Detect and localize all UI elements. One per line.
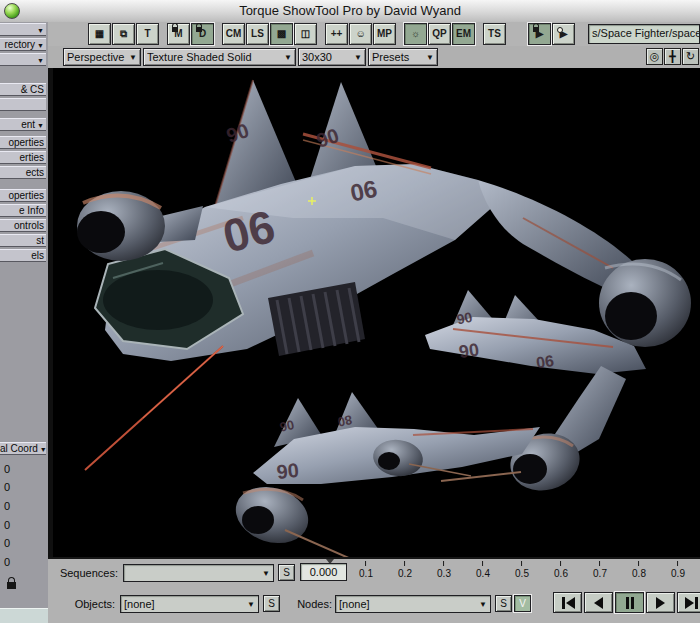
- sidebar-item-label: erties: [20, 152, 44, 163]
- light-on-icon[interactable]: ☼: [404, 23, 427, 45]
- skip-start-glyph-icon: [566, 597, 575, 609]
- grid-view-icon[interactable]: ▦: [88, 23, 111, 45]
- sidebar-item-einfo[interactable]: e Info: [0, 204, 46, 217]
- nodes-s-button[interactable]: S: [495, 595, 512, 612]
- sidebar-item-label: ent: [21, 119, 35, 130]
- bulb-glyph-icon: [557, 27, 563, 33]
- sidebar-item-label: ontrols: [14, 220, 44, 231]
- tick-mark-icon: [444, 561, 445, 566]
- add-nodes-icon[interactable]: ++: [325, 23, 348, 45]
- timeline-tick[interactable]: 0.6: [554, 561, 568, 579]
- sidebar-item-label: operties: [8, 190, 44, 201]
- sequences-s-button[interactable]: S: [278, 564, 295, 581]
- lock-detail-icon[interactable]: D: [191, 23, 214, 45]
- dropdown-value: Presets: [372, 51, 422, 63]
- forward-glyph-icon: [656, 597, 665, 609]
- sequences-dropdown[interactable]: ▼: [123, 564, 274, 582]
- nodes-v-button[interactable]: V: [514, 595, 531, 612]
- lock-material-icon[interactable]: M: [167, 23, 190, 45]
- chevron-down-icon: ▼: [426, 53, 434, 62]
- nodes-dropdown[interactable]: [none]▼: [335, 595, 491, 613]
- timeline-tick[interactable]: 0.9: [671, 561, 685, 579]
- light-picker-icon[interactable]: ▶: [552, 23, 575, 45]
- viewport-3d[interactable]: 06 06 06 90 06 06 90: [53, 68, 700, 557]
- timeline-tick[interactable]: 0.2: [398, 561, 412, 579]
- sidebar-item-blank0[interactable]: ▼: [0, 23, 46, 36]
- coord-value-field[interactable]: 0: [4, 500, 44, 514]
- sidebar-item-blank4[interactable]: [0, 98, 46, 111]
- los-collision-icon[interactable]: LS: [246, 23, 269, 45]
- timeline-tick[interactable]: 0.8: [632, 561, 646, 579]
- shape-path-field[interactable]: s/Space Fighter/spaceFight: [588, 24, 700, 44]
- toolbar-glyph: T: [144, 29, 150, 39]
- lamp-qp-icon[interactable]: QP: [428, 23, 451, 45]
- chevron-down-icon: ▼: [479, 600, 487, 609]
- svg-text:90: 90: [348, 175, 380, 207]
- presets-dropdown[interactable]: Presets▼: [368, 48, 438, 66]
- mount-point-icon[interactable]: MP: [373, 23, 396, 45]
- coord-value-field[interactable]: 0: [4, 537, 44, 551]
- sidebar-item-cs[interactable]: & CS: [0, 83, 46, 96]
- camera-mode-dropdown[interactable]: Perspective▼: [63, 48, 141, 66]
- pause-button[interactable]: [615, 592, 644, 613]
- chevron-down-icon: ▼: [354, 53, 362, 62]
- timeline-tick[interactable]: 0.3: [437, 561, 451, 579]
- tick-mark-icon: [405, 561, 406, 566]
- coord-value-field[interactable]: 0: [4, 556, 44, 570]
- coord-value-field[interactable]: 0: [4, 463, 44, 477]
- objects-dropdown[interactable]: [none]▼: [120, 595, 259, 613]
- toolbar-buttons: ▦⧉TMDCMLS▩◫++☺MP☼QPEMTS▶▶: [88, 23, 583, 45]
- collision-mesh-icon[interactable]: CM: [222, 23, 245, 45]
- ghost-icon[interactable]: ☺: [349, 23, 372, 45]
- sidebar-item-alcoord[interactable]: al Coord▼: [0, 442, 46, 455]
- skip-start-button[interactable]: [553, 592, 582, 613]
- tick-label: 0.2: [398, 568, 412, 579]
- dropdown-value: 30x30: [302, 51, 350, 63]
- sidebar-item-ontrols[interactable]: ontrols: [0, 219, 46, 232]
- sidebar-item-st[interactable]: st: [0, 234, 46, 247]
- sidebar-item-erties[interactable]: erties: [0, 151, 46, 164]
- lock-icon[interactable]: [7, 582, 16, 589]
- coord-value-field[interactable]: 0: [4, 519, 44, 533]
- timeline-tick[interactable]: 0.4: [476, 561, 490, 579]
- ts-shape-icon[interactable]: TS: [483, 23, 506, 45]
- textured-cube-icon[interactable]: ▩: [270, 23, 293, 45]
- sidebar-item-operties[interactable]: operties: [0, 189, 46, 202]
- sidebar-item-rectory[interactable]: rectory▼: [0, 38, 46, 51]
- play-forward-button[interactable]: [646, 592, 675, 613]
- play-reverse-button[interactable]: [584, 592, 613, 613]
- toolbar-glyph: TS: [488, 29, 501, 39]
- focus-icon[interactable]: ◎: [646, 48, 663, 65]
- text-tool-icon[interactable]: T: [136, 23, 159, 45]
- timeline-tick[interactable]: 0.1: [359, 561, 373, 579]
- lock-picker-icon[interactable]: ▶: [528, 23, 551, 45]
- toolbar-group: ▶▶: [528, 23, 576, 45]
- emitter-icon[interactable]: EM: [452, 23, 475, 45]
- sidebar-item-ent[interactable]: ent▼: [0, 118, 46, 131]
- sidebar-item-blank2[interactable]: ▼: [0, 53, 46, 66]
- tick-mark-icon: [600, 561, 601, 566]
- grid-size-dropdown[interactable]: 30x30▼: [298, 48, 366, 66]
- open-book-icon[interactable]: ◫: [294, 23, 317, 45]
- timeline-tick[interactable]: 0.5: [515, 561, 529, 579]
- toolbar-glyph: ▩: [277, 29, 286, 39]
- pan-icon[interactable]: ╋: [664, 48, 681, 65]
- sidebar-item-els[interactable]: els: [0, 249, 46, 262]
- render-mode-dropdown[interactable]: Texture Shaded Solid▼: [143, 48, 296, 66]
- orbit-icon[interactable]: ↻: [682, 48, 699, 65]
- lock-glyph-icon: [172, 27, 178, 32]
- sidebar-item-operties[interactable]: operties: [0, 136, 46, 149]
- sidebar-item-ects[interactable]: ects: [0, 166, 46, 179]
- windows-layout-icon[interactable]: ⧉: [112, 23, 135, 45]
- toolbar-glyph: ☼: [411, 29, 420, 39]
- timeline-tick[interactable]: 0.7: [593, 561, 607, 579]
- tick-label: 0.3: [437, 568, 451, 579]
- sidebar-item-label: ects: [26, 167, 44, 178]
- current-time-field[interactable]: 0.000: [300, 563, 347, 581]
- skip-end-button[interactable]: [677, 592, 700, 613]
- dropdown-value: Perspective: [67, 51, 125, 63]
- objects-s-button[interactable]: S: [263, 595, 280, 612]
- sidebar: ▼rectory▼▼& CSent▼opertiesertiesectsoper…: [0, 22, 48, 623]
- animation-panel: Sequences: ▼ S 0.000 Objects: [none]▼ S …: [48, 557, 700, 623]
- coord-value-field[interactable]: 0: [4, 481, 44, 495]
